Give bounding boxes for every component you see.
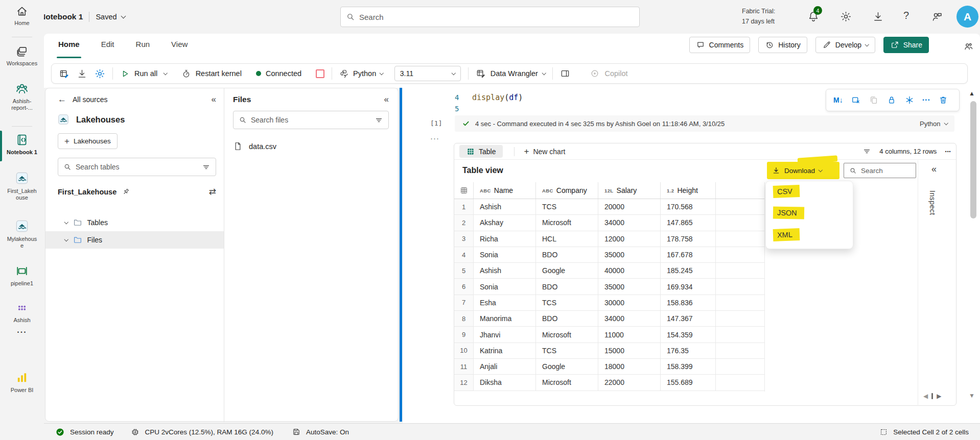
table-search-box[interactable] bbox=[844, 163, 916, 178]
sidebar-item-pipeline1[interactable]: pipeline1 bbox=[0, 264, 44, 287]
language-dropdown[interactable]: Python bbox=[339, 69, 383, 79]
scroll-down-icon[interactable]: ▼ bbox=[969, 392, 975, 399]
search-files-input[interactable] bbox=[251, 116, 370, 124]
collapse-inspect-icon[interactable]: « bbox=[931, 164, 937, 175]
column-header[interactable]: 12LSalary bbox=[598, 182, 661, 199]
help-button[interactable]: ? bbox=[903, 10, 909, 21]
session-check-icon bbox=[55, 427, 65, 437]
back-all-sources[interactable]: ← All sources bbox=[58, 94, 107, 105]
lakehouse-row[interactable]: First_Lakehouse ⇄ bbox=[58, 186, 216, 197]
avatar[interactable]: A bbox=[956, 6, 978, 28]
output-more-icon[interactable]: ... bbox=[945, 145, 951, 154]
switch-lakehouse-icon[interactable]: ⇄ bbox=[209, 186, 216, 197]
row-number: 11 bbox=[454, 359, 474, 374]
version-select[interactable]: 3.11 bbox=[394, 66, 461, 81]
collapse-files-icon[interactable]: « bbox=[384, 94, 389, 105]
sidebar-item-ashish[interactable]: Ashish bbox=[0, 301, 44, 324]
tab-table[interactable]: Table bbox=[459, 145, 503, 158]
pin-icon[interactable] bbox=[122, 187, 130, 196]
lock-cell-icon[interactable] bbox=[886, 95, 897, 105]
sidebar-item-report[interactable]: Ashish-report-... bbox=[0, 82, 44, 111]
search-tables-input[interactable] bbox=[76, 163, 198, 171]
add-lakehouses-button[interactable]: + Lakehouses bbox=[58, 133, 118, 149]
row-spacer bbox=[716, 279, 764, 294]
panel-splitter[interactable] bbox=[400, 88, 402, 422]
scrollbar-thumb[interactable] bbox=[970, 101, 976, 218]
sidebar-item-workspaces[interactable]: Workspaces bbox=[0, 45, 44, 67]
settings-gear-icon[interactable] bbox=[840, 11, 852, 22]
run-all-button[interactable]: Run all bbox=[120, 69, 167, 79]
sidebar-item-powerbi[interactable]: Power BI bbox=[0, 371, 44, 394]
save-status-dropdown[interactable]: Saved bbox=[96, 13, 125, 21]
global-search-input[interactable] bbox=[359, 13, 634, 21]
table-cell: 34000 bbox=[598, 215, 661, 230]
table-cell: 147.865 bbox=[661, 215, 716, 230]
develop-button[interactable]: Develop bbox=[815, 37, 875, 53]
search-files-box[interactable] bbox=[233, 111, 389, 129]
table-cell: 178.758 bbox=[661, 231, 716, 247]
tree-item-tables[interactable]: Tables bbox=[45, 214, 224, 231]
explorer-panel: ← All sources « Lakehouses + Lakehouses … bbox=[45, 88, 399, 422]
restart-kernel-button[interactable]: Restart kernel bbox=[181, 69, 242, 79]
menu-item-xml[interactable]: XML bbox=[773, 229, 800, 241]
save-to-lakehouse-icon[interactable] bbox=[59, 68, 69, 79]
sidebar-item-home[interactable]: Home bbox=[0, 5, 44, 27]
tab-edit[interactable]: Edit bbox=[101, 40, 114, 48]
global-search[interactable] bbox=[340, 7, 640, 27]
sidebar-item-mylakehouse[interactable]: Mylakehouse bbox=[0, 218, 44, 249]
new-chart-button[interactable]: + New chart bbox=[524, 146, 565, 157]
freeze-cell-icon[interactable] bbox=[904, 95, 915, 105]
copilot-button[interactable]: Copilot bbox=[590, 68, 627, 79]
search-tables-box[interactable] bbox=[58, 158, 216, 176]
export-icon[interactable] bbox=[77, 68, 87, 79]
tree-item-files[interactable]: Files bbox=[45, 231, 224, 249]
scroll-up-icon[interactable]: ▲ bbox=[969, 90, 975, 97]
cell-collapse-dots[interactable]: ··· bbox=[430, 134, 439, 142]
collapse-explorer-icon[interactable]: « bbox=[212, 94, 216, 105]
copy-icon[interactable] bbox=[869, 95, 879, 105]
feedback-icon[interactable] bbox=[931, 11, 943, 23]
collaborators-icon[interactable] bbox=[963, 41, 974, 52]
delete-cell-icon[interactable] bbox=[938, 95, 948, 105]
row-number: 10 bbox=[454, 343, 474, 358]
sidebar-item-notebook1[interactable]: Notebook 1 bbox=[0, 133, 44, 156]
clear-output-icon[interactable] bbox=[851, 95, 861, 105]
download-icon[interactable] bbox=[872, 11, 884, 22]
file-icon bbox=[233, 141, 243, 151]
filter-icon[interactable] bbox=[375, 116, 383, 125]
filter-icon[interactable] bbox=[862, 147, 871, 156]
tab-run[interactable]: Run bbox=[136, 40, 150, 48]
table-view-title: Table view bbox=[462, 166, 503, 175]
cell-language-dropdown[interactable]: Python bbox=[920, 120, 947, 128]
menu-item-csv[interactable]: CSV bbox=[773, 185, 800, 198]
code-editor[interactable]: 4 display(df) 5 bbox=[455, 92, 823, 114]
data-wrangler-button[interactable]: Data Wrangler bbox=[476, 68, 546, 79]
tab-home[interactable]: Home bbox=[58, 40, 80, 48]
sidebar-item-first-lakehouse[interactable]: First_Lakehouse bbox=[0, 170, 44, 201]
share-button[interactable]: Share bbox=[883, 37, 929, 53]
file-item[interactable]: data.csv bbox=[233, 141, 276, 151]
tab-view[interactable]: View bbox=[171, 40, 188, 48]
column-header[interactable]: ABCCompany bbox=[536, 182, 598, 199]
comments-button[interactable]: Comments bbox=[689, 37, 751, 53]
code-line[interactable]: 4 display(df) bbox=[455, 92, 823, 103]
settings-icon[interactable] bbox=[95, 68, 105, 79]
panel-layout-icon[interactable] bbox=[560, 68, 570, 79]
table-search-input[interactable] bbox=[861, 167, 911, 175]
menu-item-json[interactable]: JSON bbox=[773, 207, 804, 219]
page-prev-icon[interactable]: ◀ bbox=[923, 393, 928, 400]
markdown-toggle-icon[interactable]: M↓ bbox=[833, 96, 843, 104]
column-header[interactable]: ABCName bbox=[474, 182, 536, 199]
download-button[interactable]: Download bbox=[767, 162, 839, 179]
column-header[interactable]: 1.2Height bbox=[661, 182, 716, 199]
table-cell: 158.836 bbox=[661, 295, 716, 310]
history-button[interactable]: History bbox=[758, 37, 807, 53]
cell-more-icon[interactable]: ... bbox=[922, 93, 930, 103]
code-line[interactable]: 5 bbox=[455, 103, 823, 114]
filter-icon[interactable] bbox=[202, 163, 211, 172]
sidebar-more-button[interactable]: ... bbox=[0, 326, 44, 335]
stop-session-button[interactable] bbox=[316, 69, 324, 78]
tab-inspect[interactable]: Inspect bbox=[928, 190, 937, 215]
page-next-icon[interactable]: ▶ bbox=[937, 393, 941, 400]
notifications-button[interactable]: 4 bbox=[807, 10, 820, 22]
